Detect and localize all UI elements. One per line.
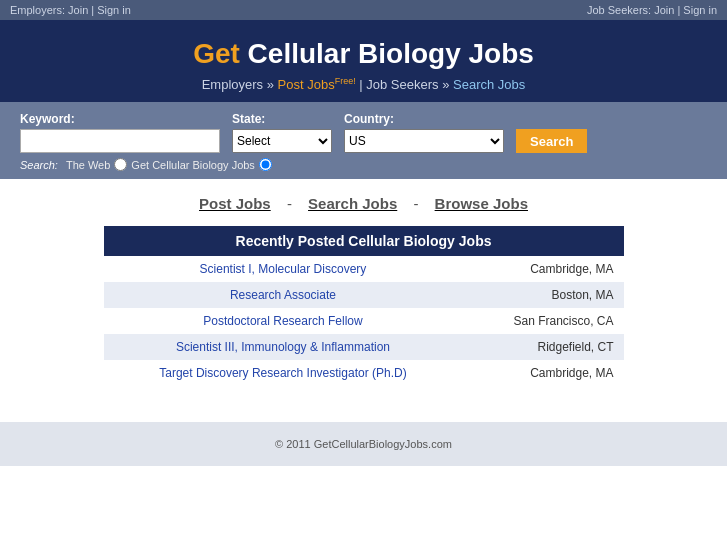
site-search-label: Get Cellular Biology Jobs — [131, 159, 255, 171]
footer: © 2011 GetCellularBiologyJobs.com — [0, 422, 727, 466]
state-group: State: Select ALAKAZCA COCTFLGA ILMANYTX — [232, 112, 332, 153]
job-title-cell: Scientist I, Molecular Discovery — [104, 256, 463, 282]
table-row: Scientist I, Molecular Discovery Cambrid… — [104, 256, 624, 282]
job-title-link[interactable]: Research Associate — [230, 288, 336, 302]
job-location-cell: Ridgefield, CT — [462, 334, 623, 360]
job-title-cell: Scientist III, Immunology & Inflammation — [104, 334, 463, 360]
search-jobs-action-link[interactable]: Search Jobs — [302, 195, 403, 212]
state-label: State: — [232, 112, 332, 126]
main-content: Post Jobs - Search Jobs - Browse Jobs Re… — [0, 179, 727, 402]
job-title-link[interactable]: Scientist III, Immunology & Inflammation — [176, 340, 390, 354]
web-label: The Web — [66, 159, 110, 171]
search-radio-row: Search: The Web Get Cellular Biology Job… — [20, 158, 707, 171]
web-radio[interactable] — [114, 158, 127, 171]
country-group: Country: US Canada UK — [344, 112, 504, 153]
search-label: Search: — [20, 159, 58, 171]
site-title: Get Cellular Biology Jobs — [10, 38, 717, 70]
job-location-cell: Boston, MA — [462, 282, 623, 308]
job-title-link[interactable]: Postdoctoral Research Fellow — [203, 314, 362, 328]
job-location-cell: Cambridge, MA — [462, 360, 623, 386]
free-badge: Free! — [335, 76, 356, 86]
footer-text: © 2011 GetCellularBiologyJobs.com — [275, 438, 452, 450]
dash2: - — [413, 195, 422, 212]
job-location-cell: Cambridge, MA — [462, 256, 623, 282]
country-select[interactable]: US Canada UK — [344, 129, 504, 153]
search-fields: Keyword: State: Select ALAKAZCA COCTFLGA… — [20, 112, 707, 153]
job-location-cell: San Francisco, CA — [462, 308, 623, 334]
jobs-table: Recently Posted Cellular Biology Jobs Sc… — [104, 226, 624, 386]
browse-jobs-action-link[interactable]: Browse Jobs — [429, 195, 534, 212]
site-radio[interactable] — [259, 158, 272, 171]
job-title-cell: Research Associate — [104, 282, 463, 308]
search-section: Keyword: State: Select ALAKAZCA COCTFLGA… — [0, 102, 727, 179]
post-jobs-action-link[interactable]: Post Jobs — [193, 195, 277, 212]
job-title-link[interactable]: Target Discovery Research Investigator (… — [159, 366, 406, 380]
dash1: - — [287, 195, 296, 212]
search-button[interactable]: Search — [516, 129, 587, 153]
site-title-rest: Cellular Biology Jobs — [240, 38, 534, 69]
job-title-cell: Postdoctoral Research Fellow — [104, 308, 463, 334]
table-row: Target Discovery Research Investigator (… — [104, 360, 624, 386]
post-jobs-link[interactable]: Post JobsFree! — [278, 77, 356, 92]
header: Get Cellular Biology Jobs Employers » Po… — [0, 20, 727, 102]
table-row: Postdoctoral Research Fellow San Francis… — [104, 308, 624, 334]
employer-links[interactable]: Employers: Join | Sign in — [10, 4, 131, 16]
table-row: Scientist III, Immunology & Inflammation… — [104, 334, 624, 360]
state-select[interactable]: Select ALAKAZCA COCTFLGA ILMANYTX — [232, 129, 332, 153]
country-label: Country: — [344, 112, 504, 126]
header-nav: Employers » Post JobsFree! | Job Seekers… — [10, 76, 717, 92]
job-title-link[interactable]: Scientist I, Molecular Discovery — [200, 262, 367, 276]
jobseeker-links[interactable]: Job Seekers: Join | Sign in — [587, 4, 717, 16]
keyword-input[interactable] — [20, 129, 220, 153]
top-bar: Employers: Join | Sign in Job Seekers: J… — [0, 0, 727, 20]
keyword-label: Keyword: — [20, 112, 220, 126]
search-jobs-header-link[interactable]: Search Jobs — [453, 77, 525, 92]
job-title-cell: Target Discovery Research Investigator (… — [104, 360, 463, 386]
job-seekers-label: Job Seekers » — [366, 77, 449, 92]
employers-label: Employers » — [202, 77, 274, 92]
keyword-group: Keyword: — [20, 112, 220, 153]
table-row: Research Associate Boston, MA — [104, 282, 624, 308]
action-links: Post Jobs - Search Jobs - Browse Jobs — [20, 195, 707, 212]
jobs-table-header: Recently Posted Cellular Biology Jobs — [104, 226, 624, 256]
site-title-get: Get — [193, 38, 240, 69]
